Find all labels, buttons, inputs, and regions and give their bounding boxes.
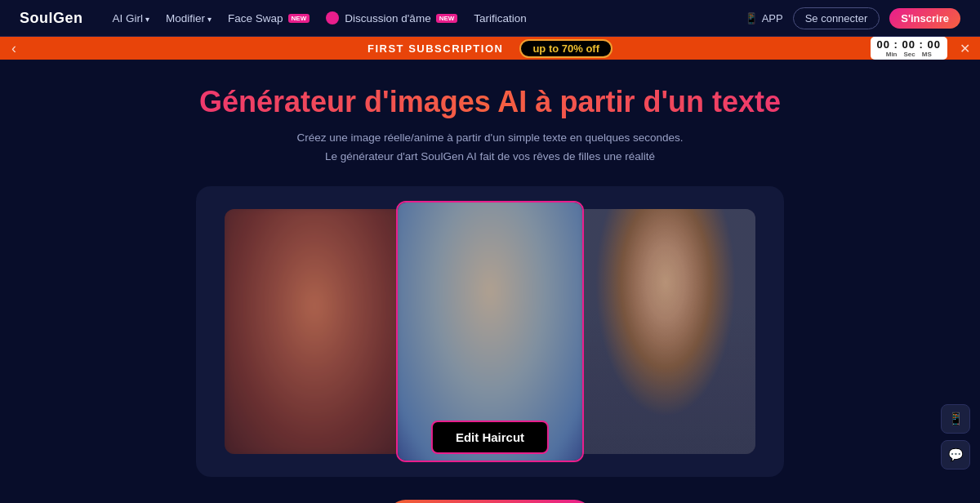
login-button[interactable]: Se connecter <box>793 7 880 29</box>
promo-text: FIRST SUBSCRIPTION <box>368 42 503 55</box>
logo[interactable]: SoulGen <box>20 10 83 27</box>
phone-icon: 📱 <box>745 12 758 24</box>
chat-icon: 💬 <box>948 447 964 462</box>
chevron-down-icon <box>145 12 149 24</box>
try-now-button[interactable]: Essayez-le maintenant → <box>388 500 592 503</box>
nav-item-discussion[interactable]: Discussion d'âme NEW <box>326 11 457 24</box>
nav-links: AI Girl Modifier Face Swap NEW Discussio… <box>113 11 722 24</box>
app-button[interactable]: 📱 APP <box>745 12 783 24</box>
nav-item-ai-girl[interactable]: AI Girl <box>113 12 150 24</box>
nav-item-tarification[interactable]: Tarification <box>474 12 527 24</box>
nav-right: 📱 APP Se connecter S'inscrire <box>745 7 960 29</box>
page-headline: Générateur d'images AI à partir d'un tex… <box>0 84 980 119</box>
main-content: Générateur d'images AI à partir d'un tex… <box>0 60 980 503</box>
image-showcase: Edit Haircut <box>196 186 784 477</box>
cta-area: Essayez-le maintenant → <box>0 500 980 503</box>
promo-close-icon[interactable]: ✕ <box>960 41 970 56</box>
navbar: SoulGen AI Girl Modifier Face Swap NEW D… <box>0 0 980 37</box>
float-app-button[interactable]: 📱 <box>941 404 970 434</box>
chevron-down-icon <box>207 12 212 24</box>
showcase-image-left <box>225 209 404 454</box>
promo-banner: ‹ FIRST SUBSCRIPTION up to 70% off 00 : … <box>0 37 980 60</box>
promo-timer: 00 : 00 : 00 Min Sec MS <box>871 37 948 60</box>
phone-icon: 📱 <box>948 412 964 426</box>
side-float-buttons: 📱 💬 <box>941 404 970 470</box>
nav-item-modifier[interactable]: Modifier <box>166 12 212 24</box>
soul-icon <box>326 11 339 24</box>
float-chat-button[interactable]: 💬 <box>941 440 970 470</box>
nav-item-face-swap[interactable]: Face Swap NEW <box>228 12 310 24</box>
promo-offer[interactable]: up to 70% off <box>519 39 612 58</box>
showcase-image-right <box>576 209 755 454</box>
signup-button[interactable]: S'inscrire <box>889 8 960 29</box>
hero-subtitle: Créez une image réelle/anime à partir d'… <box>0 129 980 167</box>
edit-haircut-button[interactable]: Edit Haircut <box>431 421 549 454</box>
timer-digits: 00 : 00 : 00 <box>877 38 942 51</box>
timer-labels: Min Sec MS <box>886 51 932 58</box>
promo-prev-arrow[interactable]: ‹ <box>11 40 16 57</box>
